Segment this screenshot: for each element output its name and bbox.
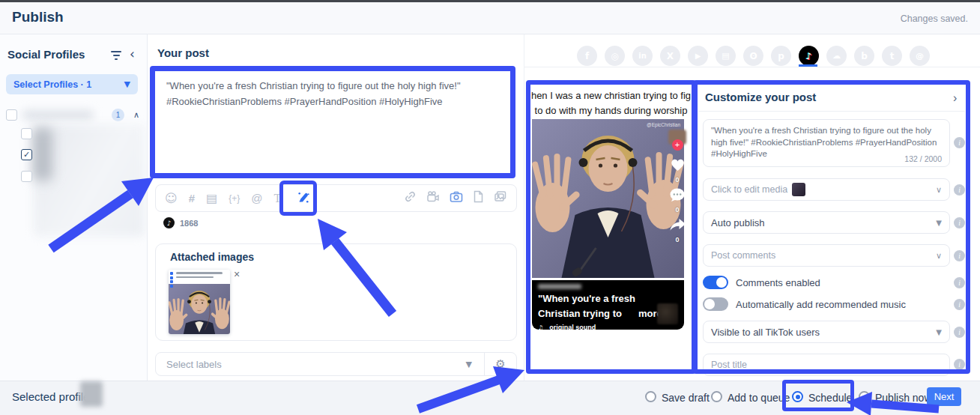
snippet-icon[interactable]: ▤ [206,193,217,205]
recommended-music-label: Automatically add recommended music [736,299,906,310]
schedule-radio[interactable] [792,391,803,402]
profile-avatar-redacted [33,128,52,181]
network-tiktok-active[interactable]: ♪ [799,46,819,66]
file-icon[interactable] [473,190,484,206]
caret-down-icon: ▼ [936,219,942,227]
network-threads[interactable]: @ [910,46,930,66]
post-comments-select[interactable]: Post comments ∨ [703,244,950,267]
social-profiles-sidebar: Social Profiles ‹ Select Profiles · 1 ▼ … [0,34,148,381]
caret-down-icon: ▼ [936,328,942,336]
drag-handle-icon[interactable] [170,272,174,288]
network-tabs: f ◎ in X ▶ ▤ ʘ p ♪ ☁ b t @ [577,46,930,66]
emoji-icon[interactable]: ☺ [165,193,178,205]
tiktok-username-redacted [538,284,581,289]
labels-placeholder: Select labels [156,359,466,370]
profile-checkbox-checked[interactable] [21,149,32,160]
group-checkbox[interactable] [6,109,17,121]
link-icon[interactable] [404,190,417,206]
page-title: Publish [12,9,64,25]
video-icon[interactable] [426,190,440,206]
network-reddit[interactable]: ʘ [743,46,763,66]
info-icon[interactable]: i [954,137,965,148]
chevron-down-icon: ∨ [936,185,942,195]
text-format-icon[interactable]: T [273,193,281,205]
remove-image-icon[interactable]: × [234,268,240,280]
chevron-down-icon: ▼ [124,79,130,89]
schedule-label: Schedule [808,392,852,404]
add-to-queue-label: Add to queue [728,392,790,404]
camera-icon[interactable] [450,190,463,206]
edit-media-field[interactable]: Click to edit media ∨ [703,178,950,201]
profile-checkbox[interactable] [21,128,32,139]
tiktok-icon: ♪ [163,217,175,228]
info-icon[interactable]: i [954,359,965,370]
sound-album-art [657,303,678,324]
info-icon[interactable]: i [954,184,965,196]
labels-select[interactable]: Select labels ▼ ⚙ [155,352,517,376]
network-snapchat[interactable]: ☁ [826,46,847,66]
share-count: 0 [667,236,688,243]
collapse-panel-icon[interactable]: › [953,91,957,105]
post-title-input[interactable]: Post title [703,354,950,376]
video-watermark: @EpicChristian [647,122,680,127]
tiktok-caption-input[interactable]: "When you're a fresh Christian trying to… [703,119,950,167]
add-to-queue-radio[interactable] [711,391,722,402]
network-instagram[interactable]: ◎ [605,46,625,66]
media-library-icon[interactable] [494,190,507,206]
chevron-up-icon[interactable]: ∧ [133,110,139,120]
meme-text: hen I was a new christian trying to fig … [530,88,692,118]
sound-name: original sound [549,324,596,331]
network-bluesky[interactable]: b [854,46,874,66]
info-icon[interactable]: i [954,327,965,338]
post-text-input[interactable]: "When you're a fresh Christian trying to… [155,71,510,173]
save-draft-radio[interactable] [645,391,656,402]
network-google-business[interactable]: ▤ [716,46,736,66]
media-thumbnail [792,183,805,196]
thumbnail-meme-text [169,270,230,284]
group-count-badge: 1 [112,109,124,121]
gear-icon[interactable]: ⚙ [485,357,516,371]
publish-now-radio[interactable] [859,391,870,402]
network-facebook[interactable]: f [577,46,597,66]
info-icon[interactable]: i [954,299,965,310]
heart-icon[interactable] [667,157,688,175]
variable-icon[interactable]: {+} [229,194,240,203]
share-icon[interactable] [667,218,688,235]
select-profiles-dropdown[interactable]: Select Profiles · 1 ▼ [6,74,138,94]
network-tumblr[interactable]: t [882,46,902,66]
network-youtube[interactable]: ▶ [688,46,708,66]
selected-profile-avatar [80,381,103,407]
chevron-down-icon: ∨ [936,251,942,261]
filter-icon[interactable] [111,51,121,62]
mention-icon[interactable]: @ [251,193,262,204]
tiktok-char-counter: ♪ 1868 [163,217,198,228]
music-note-icon: ♫ [538,324,543,331]
next-button[interactable]: Next [927,387,961,406]
ai-wand-icon[interactable] [297,190,311,207]
comments-enabled-toggle[interactable] [703,276,728,289]
attached-images-title: Attached images [170,251,254,263]
visibility-select[interactable]: Visible to all TikTok users ▼ [703,321,950,343]
info-icon[interactable]: i [954,277,965,288]
recommended-music-toggle[interactable] [703,297,728,311]
comments-enabled-label: Comments enabled [736,277,820,288]
info-icon[interactable]: i [954,250,965,261]
follow-plus-icon[interactable]: + [672,139,683,151]
profile-checkbox[interactable] [21,171,32,182]
auto-publish-select[interactable]: Auto publish ▼ [703,211,950,234]
video-frame: @EpicChristian [532,119,684,278]
collapse-sidebar-icon[interactable]: ‹ [130,46,135,61]
info-icon[interactable]: i [954,217,965,228]
hashtag-icon[interactable]: # [189,193,195,204]
comment-icon[interactable] [667,188,688,205]
save-draft-label: Save draft [662,392,710,404]
network-linkedin[interactable]: in [632,46,653,66]
attached-image-thumbnail[interactable] [169,270,230,334]
chevron-down-icon: ▼ [466,360,484,369]
sidebar-title: Social Profiles [7,48,85,61]
publish-now-label: Publish now [875,392,932,404]
network-x[interactable]: X [660,46,680,66]
save-status: Changes saved. [901,13,968,24]
network-pinterest[interactable]: p [771,46,791,66]
attached-images-card: Attached images × [155,243,517,341]
